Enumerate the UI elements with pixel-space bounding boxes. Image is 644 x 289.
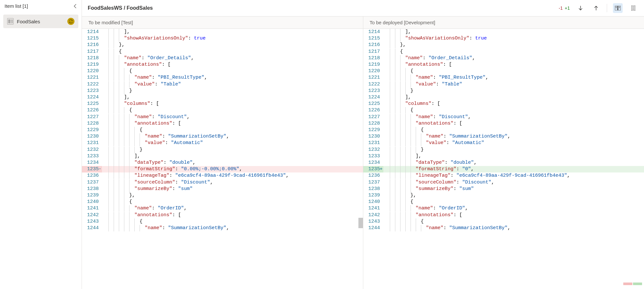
- code-line[interactable]: 1240{: [363, 199, 644, 205]
- sidebar-title: Item list [1]: [5, 3, 28, 9]
- code-line[interactable]: 1228"annotations": [: [82, 120, 363, 127]
- code-line[interactable]: 1238"summarizeBy": "sum": [363, 186, 644, 192]
- code-line[interactable]: 1244"name": "SummarizationSetBy",: [82, 225, 363, 231]
- fold-gutter: [383, 74, 390, 81]
- code-line[interactable]: 1215"showAsVariationsOnly": true: [82, 35, 363, 42]
- right-code-pane[interactable]: 1214],1215"showAsVariationsOnly": true12…: [363, 29, 644, 289]
- side-by-side-view-button[interactable]: [613, 3, 623, 13]
- code-line[interactable]: 1215"showAsVariationsOnly": true: [363, 35, 644, 42]
- line-number: 1220: [82, 68, 102, 74]
- code-line[interactable]: 1242"annotations": [: [363, 212, 644, 218]
- code-line[interactable]: 1214],: [82, 29, 363, 35]
- code-line[interactable]: 1233],: [363, 153, 644, 160]
- code-line[interactable]: 1230"name": "SummarizationSetBy",: [82, 133, 363, 140]
- code-line[interactable]: 1224],: [363, 94, 644, 101]
- code-line[interactable]: 1234"dataType": "double",: [363, 160, 644, 166]
- code-content: ],: [390, 94, 644, 101]
- code-line[interactable]: 1233],: [82, 153, 363, 160]
- code-line[interactable]: 1235+"formatString": "0",: [363, 166, 644, 172]
- code-line[interactable]: 1228"annotations": [: [363, 120, 644, 127]
- fold-gutter: [383, 133, 390, 140]
- prev-diff-button[interactable]: [591, 3, 601, 13]
- code-line[interactable]: 1225"columns": [: [363, 101, 644, 107]
- code-line[interactable]: 1231"value": "Automatic": [363, 140, 644, 146]
- code-line[interactable]: 1236"lineageTag": "e6ca9cf4-89aa-429f-9c…: [82, 172, 363, 179]
- code-line[interactable]: 1219"annotations": [: [82, 61, 363, 68]
- code-line[interactable]: 1216},: [82, 42, 363, 48]
- line-number: 1217: [82, 49, 102, 55]
- code-line[interactable]: 1231"value": "Automatic": [82, 140, 363, 146]
- code-line[interactable]: 1237"sourceColumn": "Discount",: [82, 179, 363, 186]
- inline-view-button[interactable]: [628, 3, 638, 13]
- code-content: {: [108, 199, 363, 205]
- code-line[interactable]: 1241"name": "OrderID",: [82, 205, 363, 212]
- code-line[interactable]: 1224],: [82, 94, 363, 101]
- line-number: 1244: [363, 225, 383, 231]
- line-number: 1239: [82, 192, 102, 199]
- code-line[interactable]: 1219"annotations": [: [363, 61, 644, 68]
- code-line[interactable]: 1221"name": "PBI_ResultType",: [82, 74, 363, 81]
- code-line[interactable]: 1236"lineageTag": "e6ca9cf4-89aa-429f-9c…: [363, 172, 644, 179]
- code-line[interactable]: 1218"name": "Order_Details",: [363, 55, 644, 61]
- code-line[interactable]: 1222"value": "Table": [363, 81, 644, 88]
- code-line[interactable]: 1225"columns": [: [82, 101, 363, 107]
- code-line[interactable]: 1216},: [363, 42, 644, 48]
- code-line[interactable]: 1227"name": "Discount",: [82, 114, 363, 120]
- line-number: 1235+: [363, 166, 383, 172]
- code-content: }: [108, 147, 363, 153]
- code-line[interactable]: 1214],: [363, 29, 644, 35]
- code-line[interactable]: 1238"summarizeBy": "sum": [82, 186, 363, 192]
- line-number: 1226: [82, 107, 102, 114]
- code-line[interactable]: 1226{: [363, 107, 644, 114]
- code-line[interactable]: 1235-"formatString": "0.00%;-0.00%;0.00%…: [82, 166, 363, 172]
- code-line[interactable]: 1221"name": "PBI_ResultType",: [363, 74, 644, 81]
- left-code-pane[interactable]: 1214],1215"showAsVariationsOnly": true12…: [82, 29, 363, 289]
- code-content: "value": "Table": [108, 81, 363, 88]
- collapse-sidebar-button[interactable]: [73, 4, 77, 8]
- code-line[interactable]: 1243{: [363, 218, 644, 225]
- fold-gutter: [383, 186, 390, 192]
- code-line[interactable]: 1241"name": "OrderID",: [363, 205, 644, 212]
- code-line[interactable]: 1217{: [363, 49, 644, 55]
- code-content: "name": "OrderID",: [108, 205, 363, 212]
- code-line[interactable]: 1232}: [363, 147, 644, 153]
- fold-gutter: [383, 205, 390, 212]
- code-line[interactable]: 1220{: [82, 68, 363, 74]
- code-line[interactable]: 1217{: [82, 49, 363, 55]
- fold-gutter: [102, 172, 108, 179]
- line-number: 1230: [82, 133, 102, 140]
- code-line[interactable]: 1223}: [363, 88, 644, 94]
- code-line[interactable]: 1234"dataType": "double",: [82, 160, 363, 166]
- code-line[interactable]: 1244"name": "SummarizationSetBy",: [363, 225, 644, 231]
- code-line[interactable]: 1242"annotations": [: [82, 212, 363, 218]
- code-line[interactable]: 1239},: [82, 192, 363, 199]
- code-line[interactable]: 1229{: [363, 127, 644, 133]
- code-line[interactable]: 1223}: [82, 88, 363, 94]
- line-number: 1229: [363, 127, 383, 133]
- code-line[interactable]: 1220{: [363, 68, 644, 74]
- code-content: }: [108, 88, 363, 94]
- code-line[interactable]: 1222"value": "Table": [82, 81, 363, 88]
- code-line[interactable]: 1237"sourceColumn": "Discount",: [363, 179, 644, 186]
- line-number: 1214: [82, 29, 102, 35]
- code-line[interactable]: 1239},: [363, 192, 644, 199]
- code-line[interactable]: 1218"name": "Order_Details",: [82, 55, 363, 61]
- code-line[interactable]: 1226{: [82, 107, 363, 114]
- next-diff-button[interactable]: [576, 3, 585, 13]
- separator: [607, 4, 607, 12]
- code-line[interactable]: 1243{: [82, 218, 363, 225]
- line-number: 1223: [82, 88, 102, 94]
- code-line[interactable]: 1227"name": "Discount",: [363, 114, 644, 120]
- fold-gutter: [102, 88, 108, 94]
- code-line[interactable]: 1230"name": "SummarizationSetBy",: [363, 133, 644, 140]
- line-number: 1228: [363, 120, 383, 127]
- scrollbar-thumb[interactable]: [358, 218, 363, 228]
- code-line[interactable]: 1229{: [82, 127, 363, 133]
- code-line[interactable]: 1240{: [82, 199, 363, 205]
- line-number: 1218: [363, 55, 383, 61]
- code-line[interactable]: 1232}: [82, 147, 363, 153]
- minimap[interactable]: [621, 279, 644, 289]
- line-number: 1219: [82, 61, 102, 68]
- sidebar-item-foodsales[interactable]: FoodSales: [3, 15, 78, 28]
- code-content: "showAsVariationsOnly": true: [108, 35, 363, 42]
